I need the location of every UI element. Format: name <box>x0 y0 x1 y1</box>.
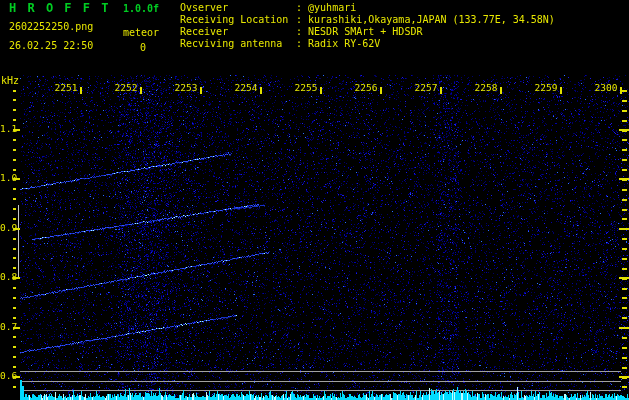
freq-tick-label: 0.6 <box>0 370 14 381</box>
time-tick-label: 2253 <box>175 82 198 93</box>
info-label: Recviving antenna <box>180 38 296 50</box>
info-label: Receiver <box>180 26 296 38</box>
info-value: @yuhmari <box>308 2 356 13</box>
app-title: H R O F F T <box>9 1 110 15</box>
time-tick-label: 2251 <box>55 82 78 93</box>
time-tick-label: 2256 <box>355 82 378 93</box>
time-tick-label: 2300 <box>595 82 618 93</box>
observation-datetime: 26.02.25 22:50 <box>9 40 93 51</box>
info-separator: : <box>296 38 308 49</box>
meteor-counter-label: meteor <box>123 27 159 38</box>
time-tick-label: 2254 <box>235 82 258 93</box>
info-row: Recviving antenna: Radix RY-62V <box>180 38 555 50</box>
freq-tick-label: 0.9 <box>0 222 14 233</box>
time-tick-label: 2252 <box>115 82 138 93</box>
time-tick-label: 2258 <box>475 82 498 93</box>
freq-tick-label: 1.1 <box>0 123 14 134</box>
station-info-table: Ovserver: @yuhmariReceiving Location: ku… <box>180 2 555 50</box>
output-filename: 2602252250.png <box>9 21 93 32</box>
freq-tick-label: 0.8 <box>0 271 14 282</box>
info-label: Ovserver <box>180 2 296 14</box>
info-label: Receiving Location <box>180 14 296 26</box>
info-separator: : <box>296 26 308 37</box>
info-value: Radix RY-62V <box>308 38 380 49</box>
info-separator: : <box>296 14 308 25</box>
info-row: Receiving Location: kurashiki,Okayama,JA… <box>180 14 555 26</box>
freq-tick-label: 1.0 <box>0 172 14 183</box>
spectrogram-canvas <box>0 0 629 400</box>
info-value: kurashiki,Okayama,JAPAN (133.77E, 34.58N… <box>308 14 555 25</box>
info-row: Ovserver: @yuhmari <box>180 2 555 14</box>
info-row: Receiver: NESDR SMArt + HDSDR <box>180 26 555 38</box>
meteor-counter-value: 0 <box>140 42 146 53</box>
time-tick-label: 2259 <box>535 82 558 93</box>
time-tick-label: 2257 <box>415 82 438 93</box>
hrofft-spectrogram-screen: H R O F F T 1.0.0f 2602252250.png meteor… <box>0 0 629 400</box>
freq-axis-unit-label: kHz <box>1 75 19 86</box>
time-tick-label: 2255 <box>295 82 318 93</box>
app-version: 1.0.0f <box>123 3 159 14</box>
info-separator: : <box>296 2 308 13</box>
freq-tick-label: 0.7 <box>0 321 14 332</box>
info-value: NESDR SMArt + HDSDR <box>308 26 422 37</box>
